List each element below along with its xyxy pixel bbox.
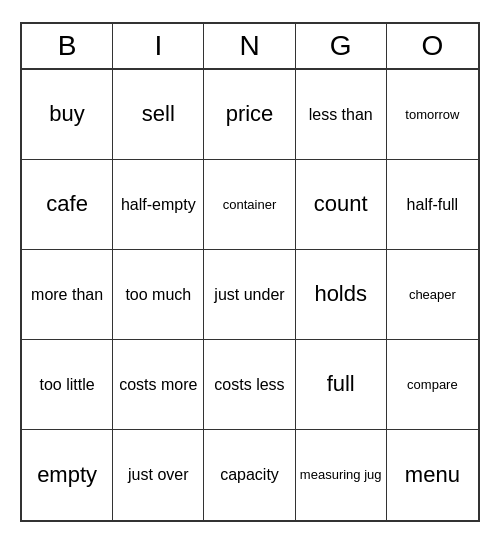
bingo-cell: costs less xyxy=(204,340,295,430)
bingo-cell: just under xyxy=(204,250,295,340)
cell-text: compare xyxy=(407,377,458,393)
cell-text: capacity xyxy=(220,465,279,484)
cell-text: too little xyxy=(40,375,95,394)
bingo-cell: half-full xyxy=(387,160,478,250)
bingo-cell: too little xyxy=(22,340,113,430)
cell-text: less than xyxy=(309,105,373,124)
bingo-cell: tomorrow xyxy=(387,70,478,160)
cell-text: menu xyxy=(405,462,460,488)
cell-text: tomorrow xyxy=(405,107,459,123)
bingo-cell: costs more xyxy=(113,340,204,430)
header-letter: G xyxy=(296,24,387,68)
bingo-cell: measuring jug xyxy=(296,430,387,520)
cell-text: costs less xyxy=(214,375,284,394)
bingo-cell: less than xyxy=(296,70,387,160)
cell-text: full xyxy=(327,371,355,397)
cell-text: half-empty xyxy=(121,195,196,214)
bingo-cell: count xyxy=(296,160,387,250)
cell-text: cheaper xyxy=(409,287,456,303)
cell-text: costs more xyxy=(119,375,197,394)
cell-text: just under xyxy=(214,285,284,304)
header-letter: I xyxy=(113,24,204,68)
bingo-cell: more than xyxy=(22,250,113,340)
cell-text: too much xyxy=(125,285,191,304)
header-letter: O xyxy=(387,24,478,68)
bingo-grid: buysellpriceless thantomorrowcafehalf-em… xyxy=(22,70,478,520)
cell-text: container xyxy=(223,197,276,213)
bingo-cell: menu xyxy=(387,430,478,520)
header-letter: B xyxy=(22,24,113,68)
bingo-cell: capacity xyxy=(204,430,295,520)
bingo-cell: container xyxy=(204,160,295,250)
bingo-card: BINGO buysellpriceless thantomorrowcafeh… xyxy=(20,22,480,522)
bingo-cell: too much xyxy=(113,250,204,340)
bingo-cell: sell xyxy=(113,70,204,160)
bingo-cell: cafe xyxy=(22,160,113,250)
cell-text: holds xyxy=(314,281,367,307)
cell-text: sell xyxy=(142,101,175,127)
cell-text: count xyxy=(314,191,368,217)
cell-text: price xyxy=(226,101,274,127)
cell-text: buy xyxy=(49,101,84,127)
cell-text: cafe xyxy=(46,191,88,217)
bingo-cell: cheaper xyxy=(387,250,478,340)
bingo-cell: just over xyxy=(113,430,204,520)
bingo-cell: compare xyxy=(387,340,478,430)
bingo-cell: buy xyxy=(22,70,113,160)
cell-text: empty xyxy=(37,462,97,488)
bingo-cell: holds xyxy=(296,250,387,340)
bingo-cell: empty xyxy=(22,430,113,520)
cell-text: just over xyxy=(128,465,188,484)
bingo-cell: price xyxy=(204,70,295,160)
bingo-header: BINGO xyxy=(22,24,478,70)
header-letter: N xyxy=(204,24,295,68)
cell-text: measuring jug xyxy=(300,467,382,483)
cell-text: more than xyxy=(31,285,103,304)
cell-text: half-full xyxy=(407,195,459,214)
bingo-cell: half-empty xyxy=(113,160,204,250)
bingo-cell: full xyxy=(296,340,387,430)
